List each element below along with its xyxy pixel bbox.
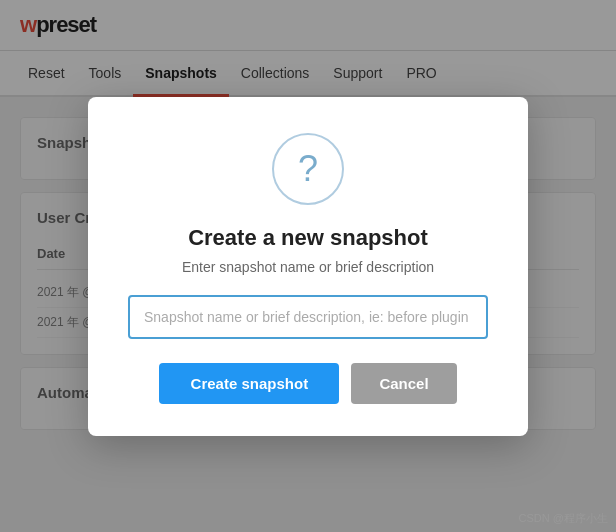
cancel-button[interactable]: Cancel [351,363,456,404]
snapshot-name-input[interactable] [128,295,488,339]
modal-question-icon: ? [272,133,344,205]
modal-subtitle: Enter snapshot name or brief description [182,259,434,275]
modal-dialog: ? Create a new snapshot Enter snapshot n… [88,97,528,436]
modal-title: Create a new snapshot [188,225,428,251]
modal-overlay: ? Create a new snapshot Enter snapshot n… [0,0,616,532]
modal-buttons: Create snapshot Cancel [128,363,488,404]
watermark: CSDN @程序小生 [519,511,608,526]
question-mark-icon: ? [298,148,318,190]
create-snapshot-button[interactable]: Create snapshot [159,363,339,404]
